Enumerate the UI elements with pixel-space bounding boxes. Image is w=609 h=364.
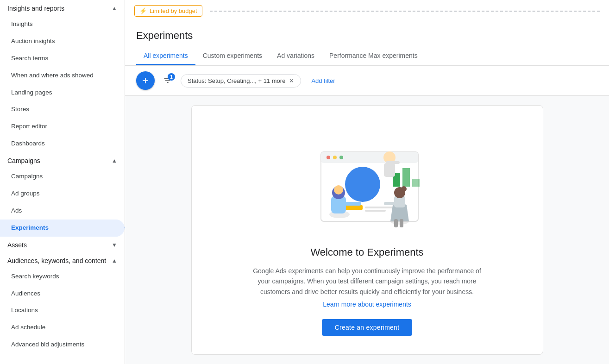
sidebar: Insights and reports ▲ Insights Auction … <box>0 0 125 364</box>
svg-rect-26 <box>386 161 400 164</box>
tab-custom-experiments[interactable]: Custom experiments <box>195 47 270 65</box>
learn-more-link[interactable]: Learn more about experiments <box>323 301 411 308</box>
welcome-description: Google Ads experiments can help you cont… <box>247 266 488 297</box>
chevron-up-icon: ▲ <box>112 5 117 12</box>
sidebar-item-search-keywords[interactable]: Search keywords <box>0 268 125 285</box>
tab-all-experiments[interactable]: All experiments <box>136 47 195 65</box>
filter-button[interactable]: 1 <box>160 73 175 88</box>
svg-point-2 <box>326 156 330 159</box>
add-experiment-button[interactable]: + <box>136 71 155 90</box>
budget-label: Limited by budget <box>150 7 197 14</box>
experiments-label: Experiments <box>11 224 49 231</box>
chevron-up-icon-audiences: ▲ <box>112 257 117 264</box>
tab-ad-variations[interactable]: Ad variations <box>270 47 322 65</box>
tab-performance-max[interactable]: Performance Max experiments <box>322 47 425 65</box>
svg-rect-10 <box>365 207 393 208</box>
sidebar-item-advanced-bid[interactable]: Advanced bid adjustments <box>0 336 125 353</box>
svg-rect-25 <box>384 163 395 177</box>
svg-rect-7 <box>402 168 410 187</box>
add-filter-button[interactable]: Add filter <box>307 75 339 87</box>
sidebar-item-audiences[interactable]: Audiences <box>0 285 125 302</box>
welcome-card: Welcome to Experiments Google Ads experi… <box>191 105 543 355</box>
sidebar-section-audiences[interactable]: Audiences, keywords, and content ▲ <box>0 252 125 268</box>
sidebar-item-when-where[interactable]: When and where ads showed <box>0 67 125 84</box>
status-filter-chip[interactable]: Status: Setup, Creating..., + 11 more ✕ <box>181 74 301 88</box>
close-icon: ✕ <box>289 77 294 84</box>
budget-icon: ⚡ <box>139 7 147 14</box>
svg-point-20 <box>401 186 407 192</box>
sidebar-item-landing-pages[interactable]: Landing pages <box>0 84 125 101</box>
sidebar-item-stores[interactable]: Stores <box>0 101 125 118</box>
svg-point-4 <box>339 156 343 159</box>
plus-icon: + <box>142 74 149 87</box>
sidebar-item-ad-groups[interactable]: Ad groups <box>0 185 125 202</box>
page-header: Experiments All experiments Custom exper… <box>125 22 609 66</box>
tabs-container: All experiments Custom experiments Ad va… <box>136 47 598 65</box>
sidebar-item-campaigns[interactable]: Campaigns <box>0 168 125 185</box>
svg-rect-22 <box>394 219 398 227</box>
sidebar-item-auction-insights[interactable]: Auction insights <box>0 33 125 50</box>
welcome-illustration <box>293 124 441 235</box>
topbar: ⚡ Limited by budget <box>125 0 609 22</box>
create-experiment-button[interactable]: Create an experiment <box>322 319 413 336</box>
main-content: ⚡ Limited by budget Experiments All expe… <box>125 0 609 364</box>
svg-point-3 <box>333 156 337 159</box>
welcome-title: Welcome to Experiments <box>310 246 423 258</box>
svg-rect-8 <box>412 179 420 187</box>
sidebar-section-campaigns-label: Campaigns <box>7 157 40 164</box>
sidebar-section-assets-label: Assets <box>7 241 27 249</box>
welcome-section: Welcome to Experiments Google Ads experi… <box>125 96 609 364</box>
svg-rect-21 <box>384 202 395 205</box>
page-title: Experiments <box>136 30 598 42</box>
topbar-dots <box>210 11 600 12</box>
sidebar-item-insights[interactable]: Insights <box>0 16 125 33</box>
sidebar-section-insights-label: Insights and reports <box>7 5 64 12</box>
svg-rect-16 <box>345 202 361 206</box>
svg-point-15 <box>334 185 343 195</box>
sidebar-item-search-terms[interactable]: Search terms <box>0 50 125 67</box>
sidebar-section-audiences-label: Audiences, keywords, and content <box>7 257 106 264</box>
chevron-down-icon-assets: ▼ <box>112 242 117 248</box>
status-filter-label: Status: Setup, Creating..., + 11 more <box>188 77 285 84</box>
svg-rect-23 <box>400 219 403 227</box>
sidebar-item-dashboards[interactable]: Dashboards <box>0 135 125 152</box>
svg-rect-11 <box>365 210 386 212</box>
sidebar-item-ad-schedule[interactable]: Ad schedule <box>0 319 125 336</box>
sidebar-section-insights[interactable]: Insights and reports ▲ <box>0 0 125 16</box>
filter-badge: 1 <box>168 73 175 81</box>
sidebar-section-campaigns[interactable]: Campaigns ▲ <box>0 152 125 168</box>
sidebar-item-ads[interactable]: Ads <box>0 202 125 220</box>
sidebar-item-locations[interactable]: Locations <box>0 302 125 319</box>
budget-warning[interactable]: ⚡ Limited by budget <box>134 5 202 17</box>
svg-point-5 <box>345 167 380 202</box>
toolbar: + 1 Status: Setup, Creating..., + 11 mor… <box>125 66 609 96</box>
chevron-up-icon-campaigns: ▲ <box>112 157 117 164</box>
sidebar-item-report-editor[interactable]: Report editor <box>0 118 125 135</box>
sidebar-item-experiments[interactable]: Experiments <box>0 220 125 237</box>
sidebar-section-assets[interactable]: Assets ▼ <box>0 237 125 252</box>
